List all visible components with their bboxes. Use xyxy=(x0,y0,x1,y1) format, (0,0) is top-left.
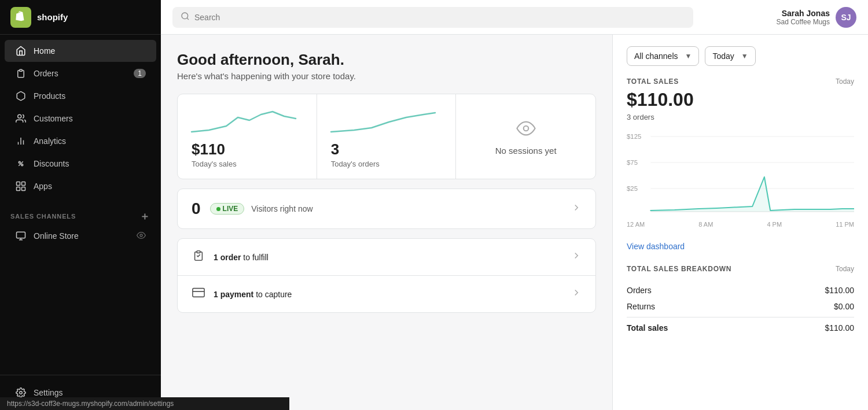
sales-chart-area: $125 $75 $25 xyxy=(627,131,854,217)
user-info: Sarah Jonas Sad Coffee Mugs xyxy=(776,9,830,26)
sidebar-item-label: Home xyxy=(34,46,55,56)
stat-card-sales[interactable]: $110 Today's sales xyxy=(178,94,317,179)
sidebar-item-online-store[interactable]: Online Store xyxy=(5,225,156,247)
sidebar-item-label: Customers xyxy=(34,114,73,123)
home-icon xyxy=(15,45,27,57)
svg-rect-11 xyxy=(17,187,20,191)
chevron-right-icon xyxy=(571,202,582,216)
svg-point-7 xyxy=(21,164,23,166)
greeting-subtitle: Here's what's happening with your store … xyxy=(177,71,596,81)
panel-controls: All channels ▼ Today ▼ xyxy=(627,46,854,66)
period-select[interactable]: Today ▼ xyxy=(705,46,755,66)
orders-label: Today's orders xyxy=(331,160,442,168)
chart-label-12am: 12 AM xyxy=(627,221,645,228)
sidebar-item-discounts[interactable]: Discounts xyxy=(5,153,156,175)
action-capture-suffix2: to capture xyxy=(256,290,292,299)
total-sales-orders: 3 orders xyxy=(627,113,854,121)
right-panel: All channels ▼ Today ▼ TOTAL SALES Today… xyxy=(612,35,868,410)
sidebar: shopify Home Orders 1 xyxy=(0,0,161,410)
breakdown-date: Today xyxy=(836,265,854,273)
customers-icon xyxy=(15,113,27,124)
user-store: Sad Coffee Mugs xyxy=(776,18,830,26)
svg-point-6 xyxy=(19,161,20,163)
breakdown-row-total: Total sales $110.00 xyxy=(627,317,854,336)
sales-value: $110 xyxy=(192,141,303,158)
orders-chart xyxy=(331,106,442,135)
svg-point-18 xyxy=(182,13,188,19)
sidebar-item-label: Online Store xyxy=(34,231,79,241)
chart-label-4pm: 4 PM xyxy=(767,221,782,228)
svg-rect-21 xyxy=(193,289,204,297)
action-fulfill-count: 1 order xyxy=(214,253,241,262)
breakdown-orders-value: $110.00 xyxy=(825,286,854,295)
action-capture[interactable]: 1 payment to capture xyxy=(178,276,595,312)
sidebar-item-label: Products xyxy=(34,91,65,101)
sidebar-item-products[interactable]: Products xyxy=(5,85,156,107)
add-sales-channel-icon[interactable]: ＋ xyxy=(139,210,150,222)
breakdown-row-orders: Orders $110.00 xyxy=(627,282,854,298)
greeting-title: Good afternoon, Sarah. xyxy=(177,51,596,69)
stats-row: $110 Today's sales 3 Today's orders xyxy=(177,94,596,179)
sidebar-item-analytics[interactable]: Analytics xyxy=(5,130,156,152)
sidebar-item-home[interactable]: Home xyxy=(5,40,156,62)
settings-icon xyxy=(15,387,27,398)
search-input[interactable] xyxy=(194,13,685,22)
view-dashboard-link[interactable]: View dashboard xyxy=(627,242,854,251)
chart-x-labels: 12 AM 8 AM 4 PM 11 PM xyxy=(627,221,854,228)
live-visitors-card[interactable]: 0 LIVE Visitors right now xyxy=(177,189,596,229)
sales-line-chart: $125 $75 $25 xyxy=(627,131,854,217)
sidebar-item-label: Analytics xyxy=(34,136,66,146)
discounts-icon xyxy=(15,158,27,169)
orders-value: 3 xyxy=(331,141,442,158)
total-sales-date: Today xyxy=(836,77,854,86)
period-label: Today xyxy=(712,51,734,61)
action-fulfill-suffix: to fulfill xyxy=(243,253,269,262)
status-url: https://s3d-coff3e-mugs.myshopify.com/ad… xyxy=(7,400,174,408)
total-sales-amount: $110.00 xyxy=(627,89,854,110)
svg-point-2 xyxy=(18,114,21,118)
sales-channels-header: SALES CHANNELS ＋ xyxy=(0,202,161,224)
stat-card-orders[interactable]: 3 Today's orders xyxy=(317,94,457,179)
total-sales-section: TOTAL SALES Today $110.00 3 orders $125 xyxy=(627,77,854,228)
shopify-logo xyxy=(10,7,31,28)
sidebar-item-label: Orders xyxy=(34,69,58,78)
chart-label-11pm: 11 PM xyxy=(836,221,854,228)
live-count: 0 xyxy=(192,200,201,218)
no-sessions: No sessions yet xyxy=(470,106,582,168)
live-dot xyxy=(216,207,220,211)
sales-channels-label: SALES CHANNELS xyxy=(10,213,76,220)
live-badge: LIVE xyxy=(210,203,245,215)
channels-select[interactable]: All channels ▼ xyxy=(627,46,699,66)
svg-text:shopify: shopify xyxy=(37,12,68,22)
sidebar-item-apps[interactable]: Apps xyxy=(5,175,156,197)
action-fulfill-text: 1 order to fulfill xyxy=(214,253,269,262)
breakdown-section: TOTAL SALES BREAKDOWN Today Orders $110.… xyxy=(627,265,854,336)
breakdown-header: TOTAL SALES BREAKDOWN Today xyxy=(627,265,854,273)
action-fulfill[interactable]: 1 order to fulfill xyxy=(178,239,595,276)
orders-badge: 1 xyxy=(134,69,146,78)
svg-rect-20 xyxy=(197,251,200,253)
main-nav: Home Orders 1 Products xyxy=(0,35,161,202)
sidebar-item-label: Settings xyxy=(34,388,63,397)
avatar[interactable]: SJ xyxy=(836,7,856,28)
logo-area: shopify xyxy=(0,0,161,35)
svg-rect-12 xyxy=(22,187,25,191)
online-store-icon xyxy=(15,230,27,242)
fulfill-icon xyxy=(192,249,205,265)
chart-label-8am: 8 AM xyxy=(698,221,713,228)
breakdown-row-returns: Returns $0.00 xyxy=(627,298,854,315)
topbar: Sarah Jonas Sad Coffee Mugs SJ xyxy=(161,0,868,35)
search-bar[interactable] xyxy=(172,7,693,28)
svg-point-17 xyxy=(20,391,23,394)
statusbar: https://s3d-coff3e-mugs.myshopify.com/ad… xyxy=(0,397,289,410)
sidebar-item-orders[interactable]: Orders 1 xyxy=(5,62,156,84)
search-icon xyxy=(181,12,190,23)
svg-text:$125: $125 xyxy=(627,133,641,140)
sidebar-item-customers[interactable]: Customers xyxy=(5,108,156,130)
user-area: Sarah Jonas Sad Coffee Mugs SJ xyxy=(776,7,856,28)
channels-label: All channels xyxy=(634,51,678,61)
sidebar-item-label: Discounts xyxy=(34,159,69,168)
svg-line-8 xyxy=(19,161,23,166)
stat-card-sessions[interactable]: No sessions yet xyxy=(456,94,595,179)
action-capture-text: 1 payment to capture xyxy=(214,290,292,299)
